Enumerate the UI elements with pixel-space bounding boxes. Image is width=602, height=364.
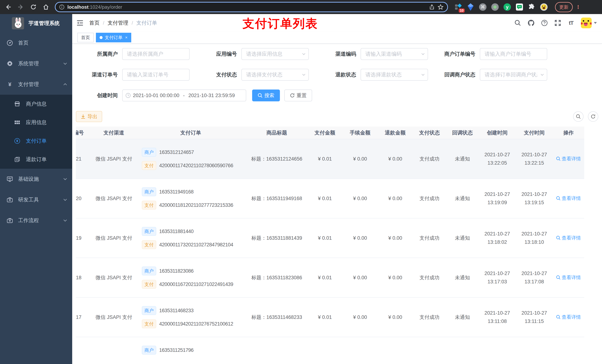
tag-pay-order[interactable]: 支付订单 [96,33,131,42]
merchant-order-line: 商户 1635311251796 [142,346,246,354]
breadcrumb-home[interactable]: 首页 [89,20,100,26]
sidebar-item-pay[interactable]: ¥ 支付管理 [0,74,72,95]
view-detail-link[interactable]: 查看详情 [556,195,581,202]
merchant-tag: 商户 [142,346,156,354]
breadcrumb-pay[interactable]: 支付管理 [108,20,128,26]
cell-refund: ¥ 0.00 [378,139,413,179]
github-icon[interactable] [527,20,535,26]
sidebar-item-app-info[interactable]: 应用信息 [0,113,72,132]
cell-paid: 2021-10-27 13:19:15 [516,179,553,218]
cell-notify: 未通知 [446,258,479,297]
sidebar-item-dev-tools[interactable]: 研发工具 [0,189,72,210]
extension-icon-6[interactable] [516,3,523,11]
merchant-tag: 商户 [142,267,156,275]
cell-pay-order: 商户 1635311251796 支付 [135,337,246,364]
cell-pay-order: 商户 1635311823086 支付 42000011672021102710… [135,258,246,297]
pay-status-select[interactable] [241,69,309,81]
font-size-icon[interactable] [568,20,575,26]
export-button[interactable]: 导出 [76,111,102,122]
app-title: 芋道管理系统 [29,20,60,27]
merchant-order-no-input[interactable] [480,48,547,60]
forward-icon[interactable] [16,2,26,12]
sidebar: 芋道管理系统 首页 系统管理 ¥ 支付管理 [0,14,72,364]
page-content: 所属商户 应用编号 渠道编码 商户订单编号 [72,44,602,364]
browser-menu-icon[interactable] [576,4,580,10]
cell-fee: ¥ 0.00 [343,258,378,297]
extension-icon-3[interactable] [479,3,486,11]
cell-pay-order: 商户 1635311949168 支付 42000011812021102777… [135,179,246,218]
cell-created [479,337,516,364]
sidebar-item-home[interactable]: 首页 [0,32,72,53]
sidebar-item-system[interactable]: 系统管理 [0,53,72,74]
logo-avatar [12,17,24,29]
help-icon[interactable] [541,20,548,26]
pay-order-icon [14,138,20,144]
sidebar-item-workflow[interactable]: 工作流程 [0,210,72,231]
share-icon[interactable] [429,4,435,10]
view-detail-link[interactable]: 查看详情 [556,274,581,281]
bookmark-star-icon[interactable] [438,4,443,10]
cell-fee: ¥ 0.00 [343,297,378,337]
refund-status-select[interactable] [361,69,428,81]
close-icon[interactable] [125,35,128,40]
cell-fee: ¥ 0.00 [343,218,378,258]
channel-order-no-input[interactable] [122,69,190,81]
search-icon [258,93,262,98]
channel-code-input[interactable] [361,48,428,60]
cell-title: 标题：1635312124656 [246,139,307,179]
sidebar-item-merchant-info[interactable]: 商户信息 [0,95,72,113]
toggle-search-icon-button[interactable] [573,111,583,122]
pay-order-line: 支付 4200001167202110271022491439 [142,280,246,289]
navbar-actions [514,18,597,28]
extension-icon-2[interactable] [467,3,474,11]
extension-icon-4[interactable] [491,3,499,11]
magnifier-icon [556,156,560,161]
address-bar[interactable]: localhost:1024/pay/order [55,2,448,12]
cell-refund: ¥ 0.00 [378,297,413,337]
breadcrumb-separator [128,20,136,26]
browser-chrome: localhost:1024/pay/order 10 更新 [0,0,602,14]
view-detail-link[interactable]: 查看详情 [556,314,581,320]
home-icon[interactable] [41,2,51,12]
sidebar-item-infra[interactable]: 基础设施 [0,169,72,189]
field-channel-code: 渠道编码 [314,48,434,60]
back-icon[interactable] [3,2,13,12]
search-icon[interactable] [514,20,521,26]
merchant-select-input[interactable] [122,48,190,60]
pay-tag: 支付 [142,161,156,170]
sidebar-item-pay-order[interactable]: 支付订单 [0,132,72,150]
date-range-input[interactable]: 2021-10-01 00:00:00 - 2021-10-31 23:59:5… [122,90,246,101]
extension-icon-5[interactable] [504,3,511,11]
cell-title: 标题：1635311823086 [246,258,307,297]
reset-button[interactable]: 重置 [284,90,312,101]
cell-pay-order: 商户 1635311881440 支付 42000011732021102728… [135,218,246,258]
user-avatar[interactable] [581,18,597,28]
merchant-order-line: 商户 1635311881440 [142,227,246,236]
cell-fee: ¥ 0.00 [343,179,378,218]
profile-emoji-icon[interactable] [540,3,548,11]
search-button[interactable]: 搜索 [252,90,280,101]
breadcrumb-current: 支付订单 [136,20,157,26]
cell-created: 2021-10-27 13:19:09 [479,179,516,218]
fullscreen-icon[interactable] [554,20,561,26]
cell-status: 支付成功 [413,218,446,258]
reload-icon[interactable] [28,2,39,12]
tag-home[interactable]: 首页 [77,33,94,42]
extension-icon-1[interactable]: 10 [455,3,462,11]
refresh-table-button[interactable] [588,111,598,122]
app-select-input[interactable] [241,48,309,60]
field-app-id: 应用编号 [195,48,314,60]
browser-update-button[interactable]: 更新 [555,2,573,12]
view-detail-link[interactable]: 查看详情 [556,235,581,241]
sidebar-toggle-icon[interactable] [76,19,84,27]
site-info-icon[interactable] [59,4,64,10]
sidebar-item-refund-order[interactable]: 退款订单 [0,150,72,169]
cell-amount [307,337,343,364]
view-detail-link[interactable]: 查看详情 [556,156,581,162]
notify-status-select[interactable] [480,69,547,81]
url-text[interactable]: localhost:1024/pay/order [67,4,426,10]
cell-notify [446,337,479,364]
app-logo[interactable]: 芋道管理系统 [0,14,72,32]
extension-puzzle-icon[interactable] [528,3,535,11]
field-merchant-order-no: 商户订单编号 [434,48,553,60]
